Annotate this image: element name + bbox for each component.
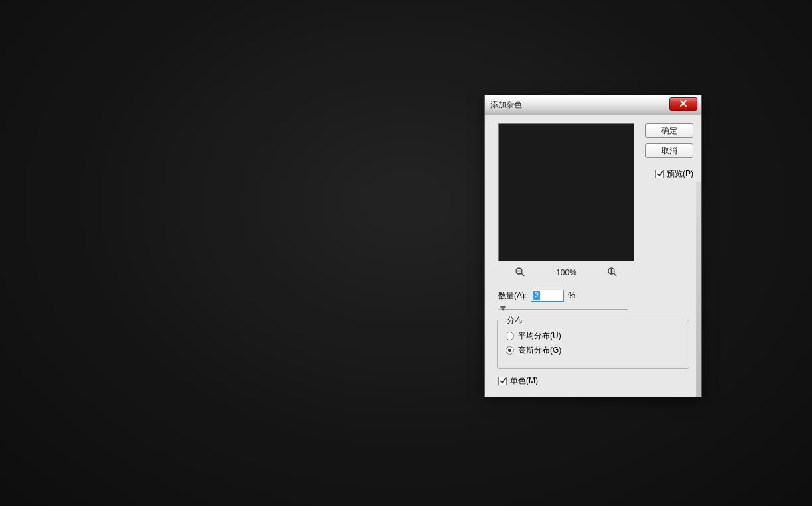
zoom-in-button[interactable]	[606, 267, 618, 279]
close-button[interactable]	[669, 97, 697, 111]
distribution-option-uniform[interactable]: 平均分布(U)	[506, 328, 689, 343]
amount-unit: %	[568, 291, 575, 300]
zoom-level-label: 100%	[556, 268, 576, 277]
add-noise-dialog: 添加杂色 100%	[484, 95, 702, 397]
monochrome-row: 单色(M)	[498, 375, 538, 387]
slider-thumb[interactable]	[500, 306, 506, 311]
amount-label: 数量(A):	[498, 290, 527, 302]
distribution-option-gaussian[interactable]: 高斯分布(G)	[506, 343, 689, 357]
checkmark-icon	[657, 170, 663, 179]
slider-track-line	[498, 309, 628, 310]
ok-button[interactable]: 确定	[645, 123, 693, 138]
monochrome-label: 单色(M)	[510, 375, 538, 387]
preview-image[interactable]	[498, 123, 634, 261]
dialog-body: 100% 确定 取消	[485, 115, 701, 397]
distribution-group: 分布 平均分布(U) 高斯分布(G)	[497, 320, 689, 369]
amount-row: 数量(A): 2 %	[498, 290, 575, 302]
dialog-side-stripe	[696, 182, 701, 397]
dialog-buttons: 确定 取消	[645, 123, 693, 163]
radio-uniform[interactable]	[506, 332, 514, 340]
zoom-out-button[interactable]	[514, 267, 526, 279]
preview-label: 预览(P)	[667, 168, 693, 180]
checkmark-icon	[500, 377, 506, 386]
svg-line-4	[614, 273, 616, 276]
radio-uniform-label: 平均分布(U)	[518, 330, 561, 342]
radio-gaussian-label: 高斯分布(G)	[518, 345, 561, 356]
radio-dot-icon	[508, 349, 511, 352]
preview-checkbox[interactable]	[655, 170, 664, 178]
zoom-out-icon	[515, 267, 525, 279]
cancel-button[interactable]: 取消	[645, 143, 693, 158]
amount-input[interactable]	[531, 290, 564, 302]
dialog-titlebar[interactable]: 添加杂色	[485, 95, 701, 115]
distribution-legend: 分布	[504, 315, 525, 326]
radio-gaussian[interactable]	[506, 346, 514, 355]
zoom-controls: 100%	[498, 265, 634, 280]
close-icon	[679, 99, 687, 109]
preview-checkbox-row: 预览(P)	[655, 168, 693, 180]
svg-line-1	[521, 273, 524, 276]
zoom-in-icon	[607, 267, 618, 279]
monochrome-checkbox[interactable]	[498, 377, 507, 385]
dialog-title: 添加杂色	[490, 99, 522, 111]
amount-slider[interactable]	[498, 306, 628, 314]
